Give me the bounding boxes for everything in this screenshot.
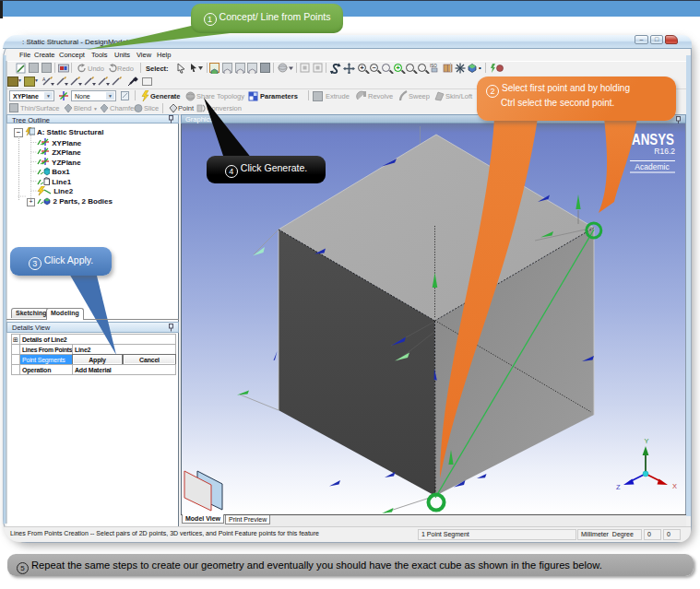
svg-text:A: A (42, 77, 46, 82)
svg-text:ISO: ISO (430, 64, 437, 68)
